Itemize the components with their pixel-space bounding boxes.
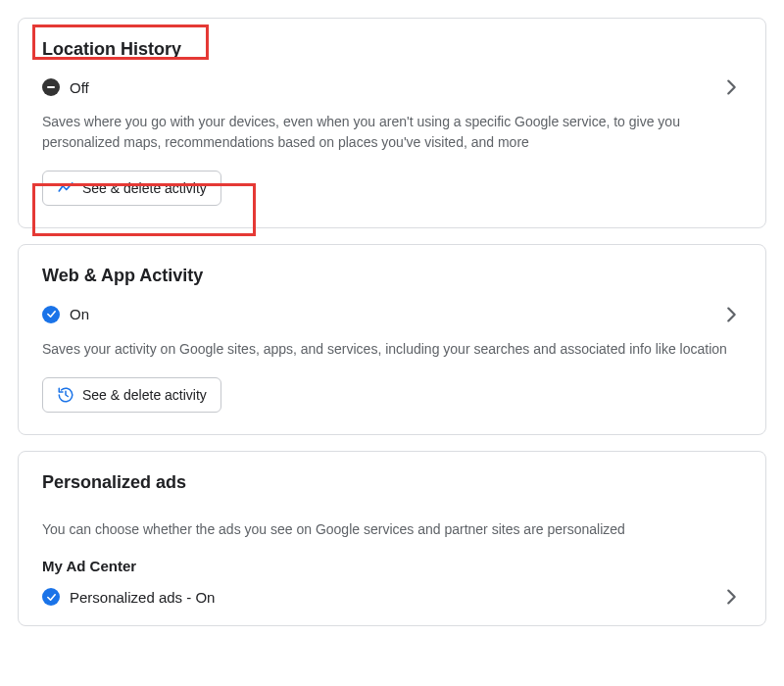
web-app-activity-status-label: On	[70, 306, 89, 322]
personalized-ads-status-row[interactable]: Personalized ads - On	[42, 586, 742, 608]
history-icon	[57, 386, 74, 404]
personalized-ads-title: Personalized ads	[42, 471, 186, 494]
button-label: See & delete activity	[82, 388, 207, 402]
location-history-card: Location History Off Saves where you go …	[18, 18, 766, 228]
web-app-activity-card: Web & App Activity On Saves your activit…	[18, 244, 766, 434]
web-app-activity-status-row[interactable]: On	[42, 304, 742, 325]
status-left: Off	[42, 78, 89, 96]
web-app-activity-title: Web & App Activity	[42, 265, 203, 287]
check-circle-icon	[42, 588, 60, 606]
location-history-description: Saves where you go with your devices, ev…	[42, 112, 742, 153]
web-app-activity-description: Saves your activity on Google sites, app…	[42, 339, 742, 360]
chevron-right-icon	[720, 304, 742, 325]
pause-icon	[42, 78, 60, 96]
location-history-status-row[interactable]: Off	[42, 76, 742, 98]
chevron-right-icon	[720, 586, 742, 608]
check-circle-icon	[42, 306, 60, 323]
status-left: On	[42, 306, 89, 323]
button-label: See & delete activity	[82, 181, 207, 195]
personalized-ads-description: You can choose whether the ads you see o…	[42, 519, 742, 540]
status-left: Personalized ads - On	[42, 588, 215, 606]
location-history-status-label: Off	[70, 79, 89, 96]
chevron-right-icon	[720, 76, 742, 98]
see-delete-activity-button-location[interactable]: See & delete activity	[42, 171, 221, 206]
personalized-ads-card: Personalized ads You can choose whether …	[18, 451, 766, 626]
location-history-title: Location History	[42, 38, 181, 61]
my-ad-center-subheading: My Ad Center	[42, 558, 742, 574]
see-delete-activity-button-web[interactable]: See & delete activity	[42, 377, 221, 413]
personalized-ads-status-label: Personalized ads - On	[70, 589, 215, 606]
timeline-icon	[57, 179, 74, 197]
